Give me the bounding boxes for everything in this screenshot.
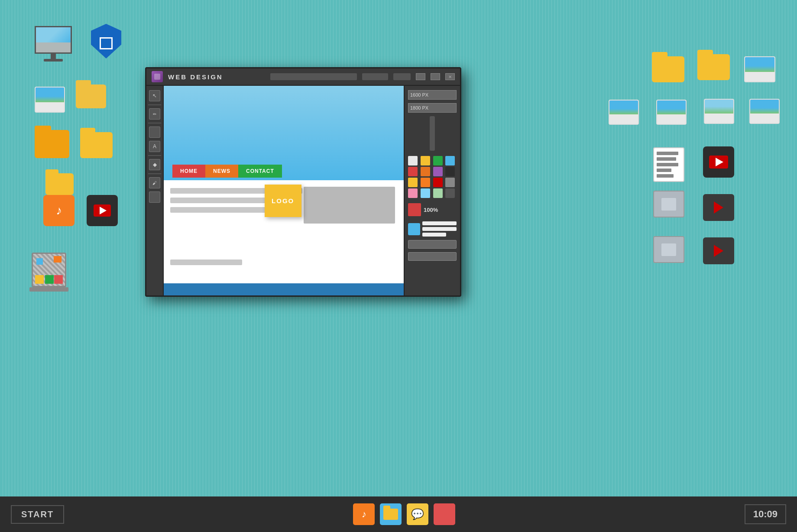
youtube-icon-right-mid[interactable] xyxy=(703,146,734,178)
tool-separator xyxy=(148,104,161,105)
image-icon-top-right-1[interactable] xyxy=(744,56,775,82)
zoom-color-box[interactable] xyxy=(408,203,421,216)
swatch-pink[interactable] xyxy=(408,188,418,198)
canvas-nav-bar: HOME NEWS CONTACT xyxy=(172,165,282,178)
swatch-dk[interactable] xyxy=(445,188,455,198)
swatch-5[interactable] xyxy=(421,167,430,176)
image-icon-right-2[interactable] xyxy=(609,100,639,125)
nav-home-btn[interactable]: HOME xyxy=(172,165,205,178)
swatch-4[interactable] xyxy=(408,167,418,176)
swatch-9[interactable] xyxy=(421,178,430,187)
swatch-8[interactable] xyxy=(408,178,418,187)
swatch-2[interactable] xyxy=(433,156,443,165)
swatch-10[interactable] xyxy=(433,178,443,187)
tool-separator4 xyxy=(148,173,161,174)
sidebar-panel: 1600 PX 1800 PX xyxy=(404,86,460,295)
tool-select[interactable]: ↖ xyxy=(149,90,160,101)
swatch-lt-blue[interactable] xyxy=(421,188,430,198)
logo-sticky[interactable]: LOGO xyxy=(265,185,301,217)
doc-icon-right[interactable] xyxy=(653,147,684,182)
width-input-row: 1600 PX xyxy=(408,90,457,100)
folder-icon-1[interactable] xyxy=(76,84,106,108)
monitor-icon[interactable] xyxy=(35,26,72,62)
nav-news-btn[interactable]: NEWS xyxy=(205,165,238,178)
start-button[interactable]: START xyxy=(11,505,64,524)
folder-icon-4[interactable] xyxy=(45,173,74,195)
taskbar-music-icon[interactable]: ♪ xyxy=(353,503,375,525)
gray-icon-right-2[interactable] xyxy=(653,236,684,263)
bottom-input-1[interactable] xyxy=(408,240,457,249)
swatch-11[interactable] xyxy=(445,178,455,187)
tool-small-rect[interactable] xyxy=(149,191,160,203)
height-input-row: 1800 PX xyxy=(408,103,457,113)
taskbar-icons-center: ♪ 💬 xyxy=(353,503,455,525)
image-icon-right-3[interactable] xyxy=(656,100,687,125)
swatch-0[interactable] xyxy=(408,156,418,165)
youtube-icon-right-bottom[interactable] xyxy=(703,194,734,221)
window-titlebar: WEB DESIGN ✕ xyxy=(146,68,460,86)
shield-icon[interactable] xyxy=(91,24,121,58)
tool-pen[interactable]: ✏ xyxy=(149,108,160,120)
tool-shape[interactable]: ◆ xyxy=(149,159,160,170)
image-icon-right-4[interactable] xyxy=(704,99,734,124)
web-design-window: WEB DESIGN ✕ ↖ ✏ A ◆ 🖌 xyxy=(145,67,461,297)
bottom-input-2[interactable] xyxy=(408,252,457,261)
swatch-1[interactable] xyxy=(421,156,430,165)
swatch-3[interactable] xyxy=(445,156,455,165)
folder-icon-2[interactable] xyxy=(35,130,69,158)
window-close[interactable]: ✕ xyxy=(445,73,455,80)
swatch-lt-green[interactable] xyxy=(433,188,443,198)
swatch-7[interactable] xyxy=(445,167,455,176)
canvas-area: HOME NEWS CONTACT LOGO xyxy=(164,86,404,295)
content-line-3 xyxy=(170,207,278,213)
window-maximize[interactable] xyxy=(431,73,440,80)
zoom-row: 100% xyxy=(408,203,457,216)
folder-icon-top-right-2[interactable] xyxy=(697,54,730,80)
tool-separator2 xyxy=(148,123,161,123)
tool-rect[interactable] xyxy=(149,127,160,138)
folder-icon-3[interactable] xyxy=(80,132,113,158)
tool-separator3 xyxy=(148,155,161,156)
image-icon-right-5[interactable] xyxy=(749,99,780,124)
canvas-footer xyxy=(164,283,404,295)
tool-paint[interactable]: 🖌 xyxy=(149,177,160,188)
gray-icon-right-1[interactable] xyxy=(653,191,684,217)
folder-icon-top-right-1[interactable] xyxy=(652,56,684,82)
content-block-right xyxy=(304,187,395,224)
taskbar-chat-icon[interactable]: 💬 xyxy=(407,503,428,525)
tool-text[interactable]: A xyxy=(149,141,160,152)
image-icon-1[interactable] xyxy=(35,87,65,113)
window-title: WEB DESIGN xyxy=(168,73,265,81)
nav-contact-btn[interactable]: CONTACT xyxy=(238,165,282,178)
taskbar-folder-icon[interactable] xyxy=(380,503,402,525)
content-line-4 xyxy=(170,260,242,265)
music-icon[interactable]: ♪ xyxy=(43,195,75,226)
canvas-content-area: HOME NEWS CONTACT LOGO xyxy=(164,180,404,282)
color-swatches xyxy=(408,156,457,198)
window-minimize[interactable] xyxy=(416,73,425,80)
zoom-value: 100% xyxy=(424,207,438,213)
taskbar-time: 10:09 xyxy=(745,504,786,524)
youtube-icon-left[interactable] xyxy=(87,195,118,226)
swatch-6[interactable] xyxy=(433,167,443,176)
window-title-icon xyxy=(152,71,163,82)
taskbar: START ♪ 💬 10:09 xyxy=(0,496,797,532)
taskbar-red-icon[interactable] xyxy=(434,503,455,525)
tools-panel: ↖ ✏ A ◆ 🖌 xyxy=(146,86,164,295)
panel-widget xyxy=(408,221,457,237)
trash-icon[interactable] xyxy=(28,249,69,297)
height-input[interactable]: 1800 PX xyxy=(408,103,457,113)
youtube-icon-right-bottom2[interactable] xyxy=(703,237,734,264)
width-input[interactable]: 1600 PX xyxy=(408,90,457,100)
